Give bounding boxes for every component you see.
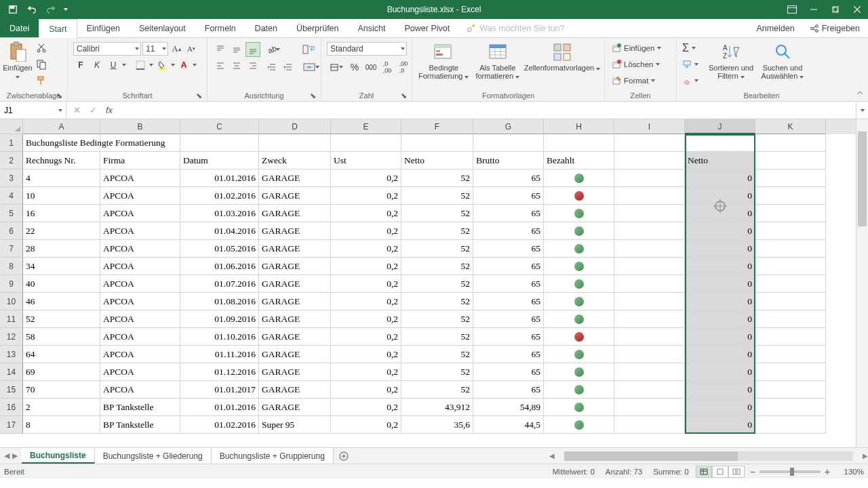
merge-center-button[interactable]	[300, 60, 323, 75]
cell-D11[interactable]: GARAGE	[259, 310, 331, 328]
redo-button[interactable]	[42, 1, 60, 18]
col-header-H[interactable]: H	[544, 119, 614, 134]
cell-J15[interactable]: 0	[685, 381, 755, 399]
cell-C4[interactable]: 01.02.2016	[180, 187, 259, 205]
cell-F2[interactable]: Netto	[401, 152, 473, 169]
cell-D5[interactable]: GARAGE	[259, 205, 331, 222]
sheet-tab-2[interactable]: Buchungsliste + Gruppierung	[212, 448, 334, 464]
cell-D6[interactable]: GARAGE	[259, 222, 331, 240]
tab-view[interactable]: Ansicht	[349, 19, 395, 37]
cell-F7[interactable]: 52	[401, 240, 473, 258]
row-header-10[interactable]: 10	[0, 293, 23, 310]
ribbon-display-options[interactable]	[781, 0, 803, 19]
cell-K10[interactable]	[755, 293, 826, 310]
cell-A6[interactable]: 22	[23, 222, 100, 240]
cell-I4[interactable]	[614, 187, 685, 205]
cell-H7[interactable]	[544, 240, 614, 258]
cell-B14[interactable]: APCOA	[100, 363, 180, 381]
cell-E11[interactable]: 0,2	[331, 310, 401, 328]
cell-J13[interactable]: 0	[685, 346, 755, 363]
cell-F12[interactable]: 52	[401, 328, 473, 346]
cell-A2[interactable]: Rechnugs Nr.	[23, 152, 100, 169]
wrap-text-button[interactable]	[300, 42, 317, 57]
qat-customize[interactable]	[61, 1, 71, 18]
cell-styles-button[interactable]: Zellenformatvorlagen	[523, 39, 601, 72]
cell-I12[interactable]	[614, 328, 685, 346]
cell-G5[interactable]: 65	[473, 205, 544, 222]
comma-format[interactable]: 000	[363, 60, 378, 75]
cell-K11[interactable]	[755, 310, 826, 328]
decrease-decimal[interactable]: ,00,0	[396, 60, 411, 75]
cell-H10[interactable]	[544, 293, 614, 310]
delete-cells-button[interactable]: Löschen	[609, 57, 664, 72]
cell-E16[interactable]: 0,2	[331, 399, 401, 416]
cell-C8[interactable]: 01.06.2016	[180, 258, 259, 275]
cell-A16[interactable]: 2	[23, 399, 100, 416]
page-break-view-button[interactable]	[728, 466, 745, 478]
cell-B8[interactable]: APCOA	[100, 258, 180, 275]
cell-I11[interactable]	[614, 310, 685, 328]
cell-E14[interactable]: 0,2	[331, 363, 401, 381]
align-center[interactable]	[229, 58, 244, 73]
cell-I17[interactable]	[614, 416, 685, 434]
cell-K17[interactable]	[755, 416, 826, 434]
font-size-selector[interactable]: 11	[142, 42, 168, 56]
cell-G14[interactable]: 65	[473, 363, 544, 381]
cell-J7[interactable]: 0	[685, 240, 755, 258]
row-header-3[interactable]: 3	[0, 169, 23, 187]
row-header-8[interactable]: 8	[0, 258, 23, 275]
col-header-K[interactable]: K	[755, 119, 826, 134]
cell-C12[interactable]: 01.10.2016	[180, 328, 259, 346]
cell-C13[interactable]: 01.11.2016	[180, 346, 259, 363]
collapse-ribbon[interactable]	[856, 89, 867, 100]
cell-E12[interactable]: 0,2	[331, 328, 401, 346]
cell-D9[interactable]: GARAGE	[259, 275, 331, 293]
cell-J14[interactable]: 0	[685, 363, 755, 381]
cell-F17[interactable]: 35,6	[401, 416, 473, 434]
zoom-out-button[interactable]: −	[750, 466, 755, 477]
cell-B16[interactable]: BP Tankstelle	[100, 399, 180, 416]
row-header-17[interactable]: 17	[0, 416, 23, 434]
cell-F1[interactable]	[401, 134, 473, 152]
align-right[interactable]	[245, 58, 260, 73]
col-header-J[interactable]: J	[685, 119, 755, 134]
cell-B10[interactable]: APCOA	[100, 293, 180, 310]
cell-A11[interactable]: 52	[23, 310, 100, 328]
cell-H15[interactable]	[544, 381, 614, 399]
cell-I16[interactable]	[614, 399, 685, 416]
cell-J8[interactable]: 0	[685, 258, 755, 275]
cell-B12[interactable]: APCOA	[100, 328, 180, 346]
row-header-16[interactable]: 16	[0, 399, 23, 416]
cell-H1[interactable]	[544, 134, 614, 152]
cell-F4[interactable]: 52	[401, 187, 473, 205]
tell-me-search[interactable]: Was möchten Sie tun?	[466, 19, 564, 37]
cell-H2[interactable]: Bezahlt	[544, 152, 614, 169]
cell-B13[interactable]: APCOA	[100, 346, 180, 363]
tab-powerpivot[interactable]: Power Pivot	[395, 19, 460, 37]
normal-view-button[interactable]	[696, 466, 712, 478]
cell-C2[interactable]: Datum	[180, 152, 259, 169]
cell-J12[interactable]: 0	[685, 328, 755, 346]
save-button[interactable]	[4, 1, 22, 18]
cell-C9[interactable]: 01.07.2016	[180, 275, 259, 293]
fill-button[interactable]	[681, 57, 704, 72]
format-as-table-button[interactable]: Als Tabelle formatieren	[472, 39, 523, 80]
cell-I6[interactable]	[614, 222, 685, 240]
cell-C15[interactable]: 01.01.2017	[180, 381, 259, 399]
cell-E15[interactable]: 0,2	[331, 381, 401, 399]
cell-A4[interactable]: 10	[23, 187, 100, 205]
decrease-indent[interactable]	[264, 60, 279, 75]
cell-K14[interactable]	[755, 363, 826, 381]
cell-A3[interactable]: 4	[23, 169, 100, 187]
increase-indent[interactable]	[281, 60, 296, 75]
cell-K1[interactable]	[755, 134, 826, 152]
cell-G1[interactable]	[473, 134, 544, 152]
cell-C3[interactable]: 01.01.2016	[180, 169, 259, 187]
cell-J6[interactable]: 0	[685, 222, 755, 240]
clear-button[interactable]	[681, 73, 704, 88]
borders-button[interactable]	[133, 58, 148, 72]
bold-button[interactable]: F	[73, 58, 88, 72]
cell-J16[interactable]: 0	[685, 399, 755, 416]
cell-B17[interactable]: BP Tankstelle	[100, 416, 180, 434]
share-button[interactable]: Freigeben	[802, 19, 868, 37]
